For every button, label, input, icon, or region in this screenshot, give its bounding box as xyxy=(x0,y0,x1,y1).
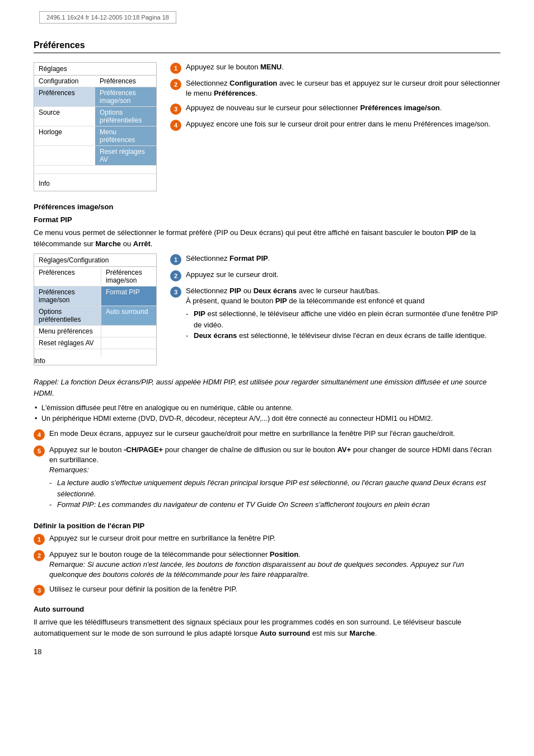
section2-title: Préférences image/son xyxy=(34,203,500,211)
step3-text-1: Appuyez sur le curseur droit pour mettre… xyxy=(49,533,500,543)
menu2-row-5: Reset réglages AV xyxy=(34,337,156,349)
bullet-1: L'émission diffusée peut l'être en analo… xyxy=(34,403,500,414)
section2-steps-list: 1 Sélectionnez Format PIP. 2 Appuyez sur… xyxy=(170,253,500,344)
section1-steps-list: 1 Appuyez sur le bouton MENU. 2 Sélectio… xyxy=(170,62,500,131)
dash-item-2: Deux écrans est sélectionné, le télévise… xyxy=(186,330,500,341)
menu2-cell6-left xyxy=(34,349,101,357)
step2-text-1: Sélectionnez Format PIP. xyxy=(186,253,500,264)
step2-num-3: 3 xyxy=(170,287,181,298)
menu1-row-6 xyxy=(34,166,156,174)
step-num-2: 2 xyxy=(170,79,181,90)
menu1-cell-reset-right: Reset réglages AV xyxy=(95,146,156,165)
step1-4: 4 Appuyez encore une fois sur le curseur… xyxy=(170,119,500,131)
section2-intro: Ce menu vous permet de sélectionner le f… xyxy=(34,227,500,249)
step3-note: Remarque: Si aucune action n'est lancée,… xyxy=(49,560,464,579)
menu2-cell5-left: Reset réglages AV xyxy=(34,337,101,349)
menu1-cell-pref-right: Préférences image/son xyxy=(95,87,156,106)
step3-num-1: 1 xyxy=(34,534,45,545)
menu2-cell3-right: Auto surround xyxy=(101,306,156,326)
menu1-cell-horloge-right: Menu préférences xyxy=(95,126,156,145)
menu1-cell-config-left: Configuration xyxy=(34,76,95,87)
step5-note-2: Format PIP: Les commandes du navigateur … xyxy=(49,499,500,510)
step2-2: 2 Appuyez sur le curseur droit. xyxy=(170,270,500,281)
menu1-cell-source-right: Options préférentielles xyxy=(95,107,156,126)
menu2-row-4: Menu préférences xyxy=(34,326,156,337)
step-num-1: 1 xyxy=(170,63,181,74)
step-text-1: Appuyez sur le bouton MENU. xyxy=(186,62,500,72)
menu1-row-4: Horloge Menu préférences xyxy=(34,126,156,146)
step2-3: 3 Sélectionnez PIP ou Deux écrans avec l… xyxy=(170,286,500,344)
menu1-info: Info xyxy=(34,176,156,191)
dash-item-1: PIP est sélectionné, le téléviseur affic… xyxy=(186,308,500,330)
section4-title: Auto surround xyxy=(34,605,500,613)
step3-text-3: Utilisez le curseur pour définir la posi… xyxy=(49,584,500,594)
menu2-cell1-right: Préférences image/son xyxy=(101,267,156,287)
menu1-row-2: Préférences Préférences image/son xyxy=(34,87,156,107)
menu1-header: Réglages xyxy=(34,63,156,76)
menu1-cell-horloge-left: Horloge xyxy=(34,126,95,145)
step-5: 5 Appuyez sur le bouton -CH/PAGE+ pour c… xyxy=(34,445,500,513)
section1-layout: Réglages Configuration Préférences Préfé… xyxy=(34,62,500,191)
section2-menu: Réglages/Configuration Préférences Préfé… xyxy=(34,253,157,365)
step5-text: Appuyez sur le bouton -CH/PAGE+ pour cha… xyxy=(49,445,500,513)
menu2-cell2-right: Format PIP xyxy=(101,287,156,306)
menu2-cell4-left: Menu préférences xyxy=(34,326,101,337)
menu2-cell2-left: Préférences image/son xyxy=(34,287,101,306)
section2-steps: 1 Sélectionnez Format PIP. 2 Appuyez sur… xyxy=(170,253,500,365)
menu2-header: Réglages/Configuration xyxy=(34,254,156,267)
step-num-4: 4 xyxy=(170,120,181,131)
menu1-row-3: Source Options préférentielles xyxy=(34,107,156,126)
menu1-row-1: Configuration Préférences xyxy=(34,76,156,87)
menu1-cell-source-left: Source xyxy=(34,107,95,126)
step-text-4: Appuyez encore une fois sur le curseur d… xyxy=(186,119,500,129)
step4-num: 4 xyxy=(34,429,45,440)
step-4: 4 En mode Deux écrans, appuyez sur le cu… xyxy=(34,429,500,440)
step3-text-2: Appuyez sur le bouton rouge de la téléco… xyxy=(49,550,500,580)
step4-text: En mode Deux écrans, appuyez sur le curs… xyxy=(49,429,500,439)
section1-steps: 1 Appuyez sur le bouton MENU. 2 Sélectio… xyxy=(170,62,500,191)
bullet-list: L'émission diffusée peut l'être en analo… xyxy=(34,403,500,424)
step3-1: 1 Appuyez sur le curseur droit pour mett… xyxy=(34,533,500,545)
menu1-row-5: Reset réglages AV xyxy=(34,146,156,166)
step3-num-2: 2 xyxy=(34,550,45,561)
section2-layout: Réglages/Configuration Préférences Préfé… xyxy=(34,253,500,365)
menu2-row-2: Préférences image/son Format PIP xyxy=(34,287,156,306)
section3-title: Définir la position de l'écran PIP xyxy=(34,522,500,530)
step2-num-1: 1 xyxy=(170,254,181,265)
menu2-row-6 xyxy=(34,349,156,357)
header-text: 2496.1 16x24 fr 14-12-2005 10:18 Pagina … xyxy=(46,14,169,21)
step2-text-3: Sélectionnez PIP ou Deux écrans avec le … xyxy=(186,286,500,344)
step-text-3: Appuyez de nouveau sur le curseur pour s… xyxy=(186,103,500,113)
step2-3-dash: PIP est sélectionné, le téléviseur affic… xyxy=(186,308,500,341)
page-number: 18 xyxy=(34,647,500,656)
step-text-2: Sélectionnez Configuration avec le curse… xyxy=(186,78,500,98)
section1-menu: Réglages Configuration Préférences Préfé… xyxy=(34,62,157,191)
section2-subtitle: Format PIP xyxy=(34,215,500,224)
menu-table-2: Réglages/Configuration Préférences Préfé… xyxy=(34,253,157,365)
step5-note-1: La lecture audio s'effectue uniquement d… xyxy=(49,477,500,499)
menu1-cell-empty2 xyxy=(34,166,156,173)
recall-text: Rappel: La fonction Deux écrans/PIP, aus… xyxy=(34,377,500,398)
step5-num: 5 xyxy=(34,445,45,457)
menu2-cell1-left: Préférences xyxy=(34,267,101,287)
menu2-row-1: Préférences Préférences image/son xyxy=(34,267,156,287)
step2-num-2: 2 xyxy=(170,270,181,281)
step3-3: 3 Utilisez le curseur pour définir la po… xyxy=(34,584,500,596)
menu1-cell-config-right: Préférences xyxy=(95,76,156,87)
menu-table-1: Réglages Configuration Préférences Préfé… xyxy=(34,62,157,191)
step3-num-3: 3 xyxy=(34,585,45,596)
step1-3: 3 Appuyez de nouveau sur le curseur pour… xyxy=(170,103,500,115)
menu1-cell-empty-left xyxy=(34,146,95,165)
menu2-info: Info xyxy=(34,357,156,365)
step2-1: 1 Sélectionnez Format PIP. xyxy=(170,253,500,265)
section1-title: Préférences xyxy=(34,40,500,53)
menu2-cell3-left: Options préférentielles xyxy=(34,306,101,326)
section3-steps-list: 1 Appuyez sur le curseur droit pour mett… xyxy=(34,533,500,597)
step-num-3: 3 xyxy=(170,104,181,115)
menu2-cell5-right xyxy=(101,337,156,349)
menu2-cell4-right xyxy=(101,326,156,337)
step3-2: 2 Appuyez sur le bouton rouge de la télé… xyxy=(34,550,500,580)
step1-2: 2 Sélectionnez Configuration avec le cur… xyxy=(170,78,500,98)
step5-notes: La lecture audio s'effectue uniquement d… xyxy=(49,477,500,510)
section4-text: Il arrive que les télédiffuseurs transme… xyxy=(34,617,500,638)
